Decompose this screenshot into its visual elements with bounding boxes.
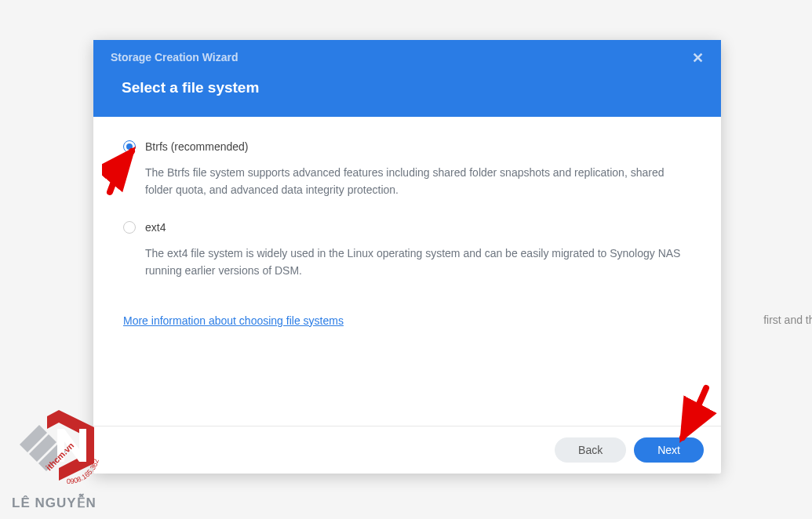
radio-circle-icon	[123, 140, 136, 153]
option-btrfs: Btrfs (recommended) The Btrfs file syste…	[123, 140, 691, 199]
wizard-name: Storage Creation Wizard	[111, 51, 238, 64]
modal-title-bar: Select a file system	[93, 65, 721, 117]
option-ext4: ext4 The ext4 file system is widely used…	[123, 221, 691, 280]
back-button[interactable]: Back	[555, 437, 626, 463]
modal-header-bar: Storage Creation Wizard ✕	[93, 40, 721, 65]
radio-desc-ext4: The ext4 file system is widely used in t…	[145, 245, 691, 280]
watermark-brand: LÊ NGUYỄN	[12, 495, 129, 511]
radio-ext4[interactable]: ext4	[123, 221, 691, 234]
radio-btrfs[interactable]: Btrfs (recommended)	[123, 140, 691, 153]
background-page-text: first and then c	[763, 314, 812, 326]
page-title: Select a file system	[122, 79, 693, 96]
radio-label-ext4: ext4	[145, 221, 166, 234]
storage-wizard-modal: Storage Creation Wizard ✕ Select a file …	[93, 40, 721, 474]
more-info-link[interactable]: More information about choosing file sys…	[123, 314, 344, 327]
watermark-domain: ithcm.vn	[44, 441, 76, 473]
modal-body: Btrfs (recommended) The Btrfs file syste…	[93, 117, 721, 426]
close-icon[interactable]: ✕	[692, 51, 704, 65]
next-button[interactable]: Next	[634, 437, 704, 463]
radio-circle-icon	[123, 221, 136, 234]
radio-label-btrfs: Btrfs (recommended)	[145, 140, 248, 153]
radio-desc-btrfs: The Btrfs file system supports advanced …	[145, 164, 691, 199]
radio-dot-icon	[126, 143, 133, 150]
modal-footer: Back Next	[93, 426, 721, 474]
